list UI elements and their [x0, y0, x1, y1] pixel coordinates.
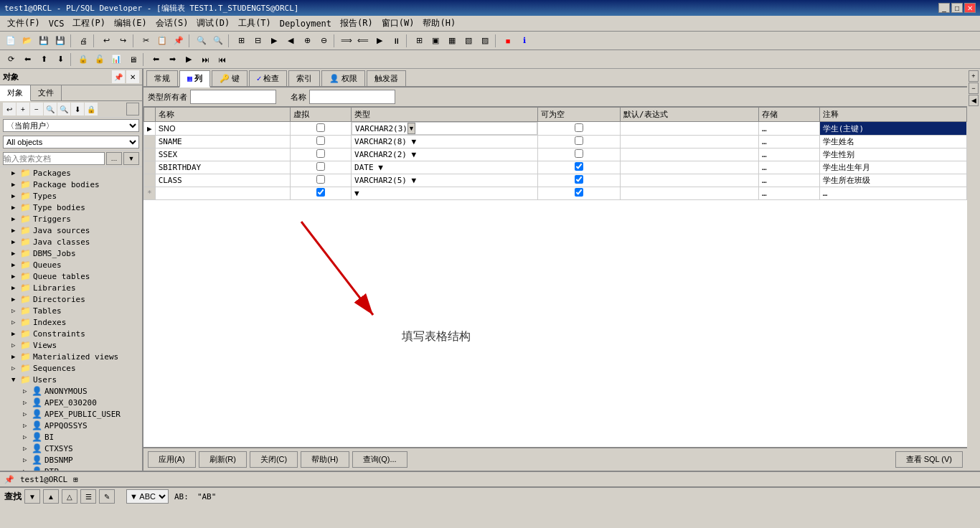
cell-nullable[interactable]	[538, 122, 621, 136]
tree-item-packages[interactable]: ▶ 📁 Packages	[0, 167, 142, 179]
tb2-b11[interactable]: ▶	[181, 52, 197, 67]
cut-btn[interactable]: ✂	[138, 33, 154, 49]
cell-name[interactable]: CLASS	[155, 174, 291, 187]
tree-item-queues[interactable]: ▶ 📁 Queues	[0, 259, 142, 270]
copy-btn[interactable]: 📋	[154, 33, 170, 49]
cell-default[interactable]	[620, 148, 758, 161]
tb2-b13[interactable]: ⏮	[214, 52, 230, 67]
user-dropdown[interactable]: 〈当前用户〉	[3, 119, 139, 132]
tb2-b8[interactable]: 🖥	[125, 52, 141, 67]
cell-virtual[interactable]	[291, 174, 352, 187]
new-btn[interactable]: 📄	[3, 33, 19, 49]
tb1-b9[interactable]: ▶	[372, 33, 387, 49]
cell-storage[interactable]: …	[759, 148, 820, 161]
menu-help[interactable]: 帮助(H)	[418, 16, 460, 31]
tb1-b12[interactable]: ▣	[428, 33, 443, 49]
find-mode-select[interactable]: ▼ ABC	[126, 489, 169, 504]
menu-tools[interactable]: 工具(T)	[234, 16, 275, 31]
tree-item-ctxsys[interactable]: ▷ 👤 CTXSYS	[0, 443, 142, 454]
down-tree-btn[interactable]: ⬇	[71, 103, 84, 116]
help-button[interactable]: 帮助(H)	[301, 451, 349, 468]
cell-storage[interactable]: …	[759, 161, 820, 174]
view-sql-button[interactable]: 查看 SQL (V)	[895, 451, 963, 468]
save-all-btn[interactable]: 💾	[52, 33, 68, 49]
search2-tree-btn[interactable]: 🔍	[57, 103, 70, 116]
cell-storage[interactable]: …	[759, 174, 820, 187]
refresh-button[interactable]: 刷新(R)	[199, 451, 247, 468]
tab-keys[interactable]: 🔑 键	[212, 70, 248, 86]
menu-session[interactable]: 会话(S)	[151, 16, 193, 31]
cell-default[interactable]	[620, 174, 758, 187]
cell-virtual-new[interactable]	[291, 187, 352, 200]
cell-virtual[interactable]	[291, 122, 352, 136]
cell-comment[interactable]: 学生性别	[819, 148, 966, 161]
find-down-btn[interactable]: ▼	[24, 489, 40, 504]
tree-opt-btn[interactable]	[126, 103, 139, 116]
tb1-b4[interactable]: ◀	[283, 33, 298, 49]
open-btn[interactable]: 📂	[19, 33, 35, 49]
tb1-b15[interactable]: ▨	[477, 33, 493, 49]
search-input[interactable]	[3, 152, 105, 165]
tab-triggers[interactable]: 触发器	[367, 70, 406, 86]
tb2-b9[interactable]: ⬅	[148, 52, 164, 67]
cell-storage[interactable]: …	[759, 136, 820, 148]
menu-deployment[interactable]: Deployment	[275, 17, 336, 30]
tb2-b1[interactable]: ⟳	[3, 52, 19, 67]
cell-default-new[interactable]	[620, 187, 758, 200]
table-row-new[interactable]: * ▼ … …	[144, 187, 967, 200]
tree-item-users[interactable]: ▼ 📁 Users	[0, 374, 142, 385]
cell-comment[interactable]: 学生所在班级	[819, 174, 966, 187]
cell-nullable[interactable]	[538, 161, 621, 174]
filter-name-input[interactable]	[309, 90, 395, 104]
tree-item-sequences[interactable]: ▷ 📁 Sequences	[0, 362, 142, 374]
search-execute-btn[interactable]: …	[106, 152, 122, 165]
query-button[interactable]: 查询(Q)...	[352, 451, 407, 468]
filter-type-owner-input[interactable]	[190, 90, 276, 104]
find-btn[interactable]: 🔍	[194, 33, 209, 49]
edge-remove-btn[interactable]: −	[969, 82, 979, 94]
table-row[interactable]: SNAME VARCHAR2(8) ▼ … 学生姓名	[144, 136, 967, 148]
cell-virtual[interactable]	[291, 136, 352, 148]
tree-item-java-sources[interactable]: ▶ 📁 Java sources	[0, 225, 142, 236]
tree-item-dbsnmp[interactable]: ▷ 👤 DBSNMP	[0, 454, 142, 466]
tb1-b5[interactable]: ⊕	[299, 33, 315, 49]
tb2-b7[interactable]: 📊	[108, 52, 124, 67]
cell-type[interactable]: VARCHAR2(8) ▼	[352, 136, 538, 148]
paste-btn[interactable]: 📌	[171, 33, 187, 49]
print-btn[interactable]: 🖨	[75, 33, 91, 49]
table-row[interactable]: SBIRTHDAY DATE ▼ … 学生出生年月	[144, 161, 967, 174]
tb1-b8[interactable]: ⟸	[355, 33, 371, 49]
tb2-b4[interactable]: ⬇	[52, 52, 68, 67]
cell-name[interactable]	[155, 122, 291, 136]
edge-add-btn[interactable]: +	[969, 70, 979, 82]
cell-nullable[interactable]	[538, 174, 621, 187]
cell-virtual[interactable]	[291, 161, 352, 174]
tb1-b11[interactable]: ⊞	[411, 33, 427, 49]
objects-dropdown[interactable]: All objects	[3, 136, 139, 148]
tb2-b2[interactable]: ⬅	[19, 52, 35, 67]
tab-files[interactable]: 文件	[31, 85, 62, 100]
panel-close-btn[interactable]: ✕	[126, 70, 139, 83]
cell-name-new[interactable]	[155, 187, 291, 200]
undo-btn[interactable]: ↩	[98, 33, 114, 49]
tree-item-views[interactable]: ▷ 📁 Views	[0, 339, 142, 351]
minimize-button[interactable]: _	[938, 3, 950, 13]
tab-permissions[interactable]: 👤 权限	[321, 70, 365, 86]
tab-index[interactable]: 索引	[288, 70, 320, 86]
tb1-b7[interactable]: ⟹	[339, 33, 354, 49]
table-row[interactable]: CLASS VARCHAR2(5) ▼ … 学生所在班级	[144, 174, 967, 187]
lock-tree-btn[interactable]: 🔒	[85, 103, 98, 116]
find-up-btn[interactable]: ▲	[43, 489, 59, 504]
table-row[interactable]: ▶ VARCHAR2(3)▼ … 学生(主键)	[144, 122, 967, 136]
tree-item-tables[interactable]: ▷ 📁 Tables	[0, 305, 142, 316]
panel-pin-btn[interactable]: 📌	[112, 70, 125, 83]
menu-edit[interactable]: 编辑(E)	[110, 16, 151, 31]
tb2-b12[interactable]: ⏭	[197, 52, 213, 67]
cell-storage[interactable]: …	[759, 122, 820, 136]
cell-default[interactable]	[620, 136, 758, 148]
tb1-b2[interactable]: ⊟	[250, 33, 265, 49]
cell-name[interactable]: SSEX	[155, 148, 291, 161]
cell-type-new[interactable]: ▼	[352, 187, 538, 200]
find-list-btn[interactable]: ☰	[80, 489, 96, 504]
tb1-b6[interactable]: ⊖	[316, 33, 331, 49]
